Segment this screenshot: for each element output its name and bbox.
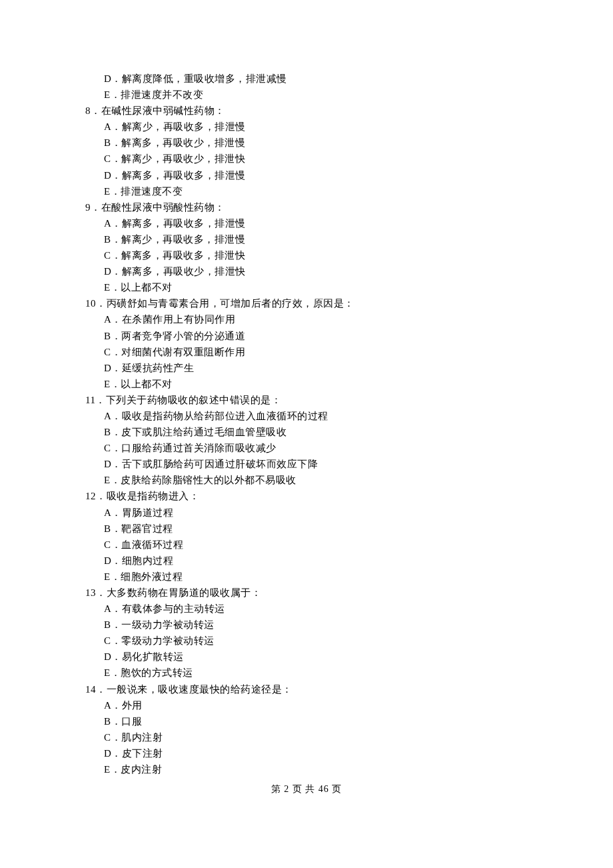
question-text: 大多数药物在胃肠道的吸收属于： [107,587,262,598]
option-text: 皮肤给药除脂镕性大的以外都不易吸收 [121,475,297,485]
option-text: 易化扩散转运 [122,651,184,662]
option-label: A [104,700,111,711]
option-label: D [104,459,111,469]
list-item: A．解离多，再吸收多，排泄慢 [85,215,533,231]
list-item: B．一级动力学被动转运 [85,617,533,633]
option-text: 一级动力学被动转运 [121,619,215,630]
question-text: 一般说来，吸收速度最快的给药途径是： [107,684,293,695]
list-item: C．对细菌代谢有双重阻断作用 [85,344,533,360]
list-item: B．靶器官过程 [85,521,533,537]
document-content: D．解离度降低，重吸收增多，排泄减慢 E．排泄速度并不改变 8．在碱性尿液中弱碱… [0,0,613,777]
list-item: A．有载体参与的主动转运 [85,601,533,617]
list-item: A．外用 [85,697,533,713]
list-item: E．皮肤给药除脂镕性大的以外都不易吸收 [85,472,533,488]
option-text: 以上都不对 [121,282,173,293]
option-text: 血液循环过程 [121,539,183,550]
option-text: 对细菌代谢有双重阻断作用 [121,347,245,357]
question-number: 11 [85,395,95,405]
question-number: 8 [85,105,91,116]
list-item: B．皮下或肌注给药通过毛细血管壁吸收 [85,424,533,440]
option-label: A [104,121,111,132]
option-text: 皮内注射 [121,764,162,775]
option-text: 口服 [121,716,142,727]
option-text: 延缓抗药性产生 [122,363,195,373]
list-item: D．延缓抗药性产生 [85,360,533,376]
option-text: 细胞内过程 [122,555,174,566]
question-number: 9 [85,202,91,213]
page-number-text: 第 2 页 共 46 页 [271,784,342,794]
option-text: 细胞外液过程 [121,571,183,582]
option-label: C [104,153,111,164]
option-label: D [104,555,111,566]
option-text: 零级动力学被动转运 [121,635,215,646]
question-stem: 8．在碱性尿液中弱碱性药物： [85,103,533,119]
option-label: A [104,603,111,614]
list-item: D．细胞内过程 [85,553,533,569]
option-label: A [104,314,111,325]
option-text: 口服给药通过首关消除而吸收减少 [121,443,277,453]
question-stem: 9．在酸性尿液中弱酸性药物： [85,199,533,215]
option-label: D [104,73,111,84]
option-label: B [104,619,111,630]
list-item: E．排泄速度并不改变 [85,87,533,103]
option-text: 舌下或肛肠给药可因通过肝破坏而效应下降 [122,459,318,469]
question-stem: 11．下列关于药物吸收的叙述中错误的是： [85,392,533,408]
option-label: A [104,411,111,421]
option-text: 解离多，再吸收多，排泄慢 [122,170,246,181]
list-item: A．吸收是指药物从给药部位进入血液循环的过程 [85,408,533,424]
option-label: B [104,716,111,727]
option-label: D [104,363,111,373]
option-text: 解离度降低，重吸收增多，排泄减慢 [122,73,287,84]
option-label: C [104,732,111,743]
option-text: 排泄速度并不改变 [121,89,203,100]
option-label: D [104,748,111,759]
option-text: 胞饮的方式转运 [121,667,193,678]
question-stem: 14．一般说来，吸收速度最快的给药途径是： [85,681,533,697]
question-number: 10 [85,298,96,309]
list-item: A．在杀菌作用上有协同作用 [85,311,533,327]
list-item: D．解离度降低，重吸收增多，排泄减慢 [85,71,533,87]
question-stem: 12．吸收是指药物进入： [85,488,533,504]
option-text: 胃肠道过程 [122,507,174,518]
question-text: 下列关于药物吸收的叙述中错误的是： [106,395,282,405]
option-text: 以上都不对 [121,379,173,389]
list-item: C．口服给药通过首关消除而吸收减少 [85,440,533,456]
question-stem: 10．丙磺舒如与青霉素合用，可增加后者的疗效，原因是： [85,295,533,311]
option-text: 吸收是指药物从给药部位进入血液循环的过程 [122,411,328,421]
question-stem: 13．大多数药物在胃肠道的吸收属于： [85,585,533,601]
list-item: A．解离少，再吸收多，排泄慢 [85,119,533,135]
option-text: 外用 [122,700,143,711]
question-number: 13 [85,587,96,598]
option-label: A [104,507,111,518]
option-label: C [104,539,111,550]
list-item: E．以上都不对 [85,376,533,392]
option-label: C [104,635,111,646]
list-item: C．解离多，再吸收多，排泄快 [85,247,533,263]
list-item: E．排泄速度不变 [85,183,533,199]
option-label: E [104,89,111,100]
option-label: C [104,443,111,453]
option-label: B [104,427,111,437]
list-item: C．解离少，再吸收少，排泄快 [85,151,533,167]
list-item: E．以上都不对 [85,279,533,295]
option-text: 在杀菌作用上有协同作用 [122,314,236,325]
list-item: C．零级动力学被动转运 [85,633,533,649]
option-label: E [104,764,111,775]
question-text: 吸收是指药物进入： [107,491,200,501]
list-item: B．解离少，再吸收多，排泄慢 [85,231,533,247]
option-label: B [104,137,111,148]
option-text: 解离多，再吸收少，排泄慢 [121,137,245,148]
option-text: 有载体参与的主动转运 [122,603,225,614]
option-label: E [104,186,111,197]
list-item: B．口服 [85,713,533,729]
option-label: B [104,234,111,245]
list-item: D．易化扩散转运 [85,649,533,665]
option-text: 皮下或肌注给药通过毛细血管壁吸收 [121,427,287,437]
list-item: B．两者竞争肾小管的分泌通道 [85,328,533,344]
list-item: C．肌内注射 [85,729,533,745]
list-item: D．解离多，再吸收多，排泄慢 [85,167,533,183]
option-label: E [104,282,111,293]
question-text: 在酸性尿液中弱酸性药物： [101,202,225,213]
question-text: 在碱性尿液中弱碱性药物： [101,105,225,116]
list-item: D．舌下或肛肠给药可因通过肝破坏而效应下降 [85,456,533,472]
